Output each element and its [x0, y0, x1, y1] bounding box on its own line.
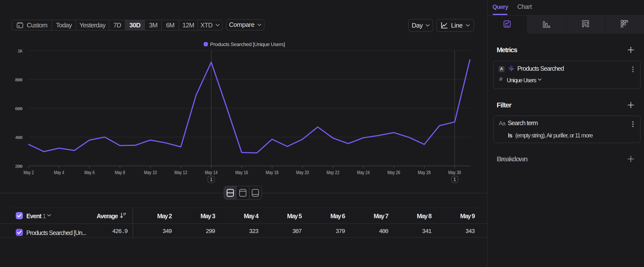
svg-text:May 26: May 26 [388, 170, 400, 175]
svg-text:May 30: May 30 [448, 170, 461, 175]
svg-text:1K: 1K [18, 49, 23, 54]
svg-text:May 24: May 24 [357, 170, 370, 175]
svg-text:May 2: May 2 [24, 170, 34, 175]
svg-text:May 6: May 6 [84, 170, 95, 175]
svg-text:600: 600 [15, 106, 23, 112]
svg-text:May 28: May 28 [418, 170, 431, 175]
svg-text:May 16: May 16 [235, 170, 248, 175]
svg-text:May 8: May 8 [115, 170, 125, 175]
svg-text:May 18: May 18 [266, 170, 278, 175]
svg-text:200: 200 [15, 164, 23, 169]
svg-text:May 14: May 14 [205, 170, 218, 175]
svg-text:May 22: May 22 [327, 170, 340, 175]
svg-text:May 12: May 12 [174, 170, 187, 175]
svg-text:May 20: May 20 [296, 170, 309, 175]
svg-text:May 4: May 4 [54, 170, 64, 175]
svg-text:400: 400 [15, 135, 23, 140]
svg-text:800: 800 [15, 77, 23, 83]
svg-text:May 10: May 10 [144, 170, 157, 175]
